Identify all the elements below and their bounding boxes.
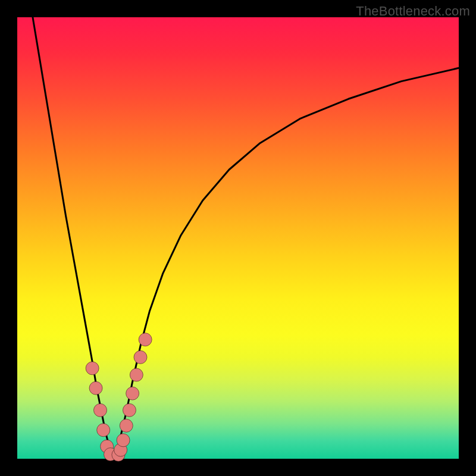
svg-point-3 <box>97 424 110 437</box>
svg-point-1 <box>89 381 102 394</box>
svg-point-11 <box>126 387 139 400</box>
svg-point-0 <box>86 362 99 375</box>
svg-point-14 <box>139 333 152 346</box>
svg-point-9 <box>120 419 133 432</box>
svg-point-13 <box>134 350 147 364</box>
svg-point-2 <box>93 403 107 416</box>
chart-frame: TheBottleneck.com <box>0 0 476 476</box>
attribution-text: TheBottleneck.com <box>356 4 470 19</box>
chart-svg <box>0 0 476 476</box>
svg-point-8 <box>117 434 130 447</box>
svg-point-12 <box>130 368 143 381</box>
svg-point-10 <box>123 403 136 416</box>
